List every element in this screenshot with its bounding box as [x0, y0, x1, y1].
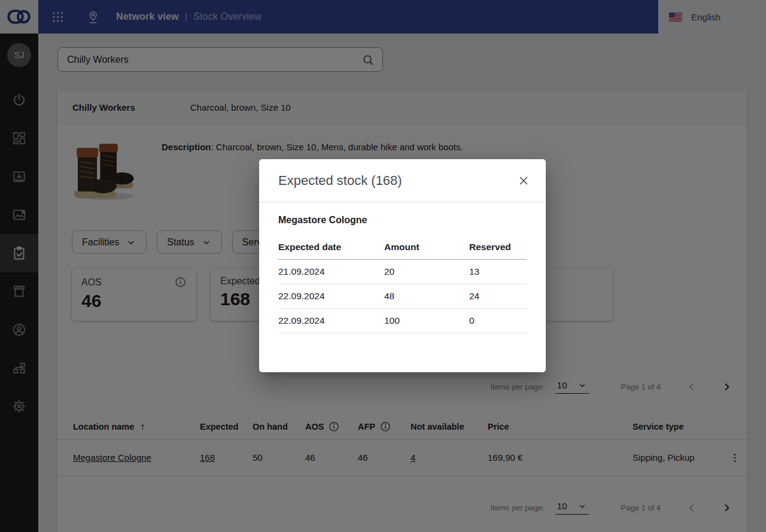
- app-window: SJ Network view | Stock Overview Engl: [0, 0, 766, 532]
- col-reserved: Reserved: [469, 242, 527, 253]
- store-name: Megastore Cologne: [278, 215, 527, 226]
- modal-title: Expected stock (168): [278, 173, 402, 189]
- modal-table-row: 22.09.2024 100 0: [278, 309, 527, 333]
- col-amount: Amount: [384, 242, 469, 253]
- expected-stock-modal: Expected stock (168) Megastore Cologne E…: [259, 159, 546, 372]
- close-icon: [518, 175, 530, 187]
- close-button[interactable]: [518, 175, 530, 187]
- modal-header: Expected stock (168): [259, 159, 546, 202]
- modal-body: Megastore Cologne Expected date Amount R…: [259, 202, 546, 333]
- modal-table-header: Expected date Amount Reserved: [278, 242, 527, 260]
- modal-table-row: 21.09.2024 20 13: [278, 260, 527, 284]
- modal-table-row: 22.09.2024 48 24: [278, 284, 527, 309]
- col-expected-date: Expected date: [278, 242, 384, 253]
